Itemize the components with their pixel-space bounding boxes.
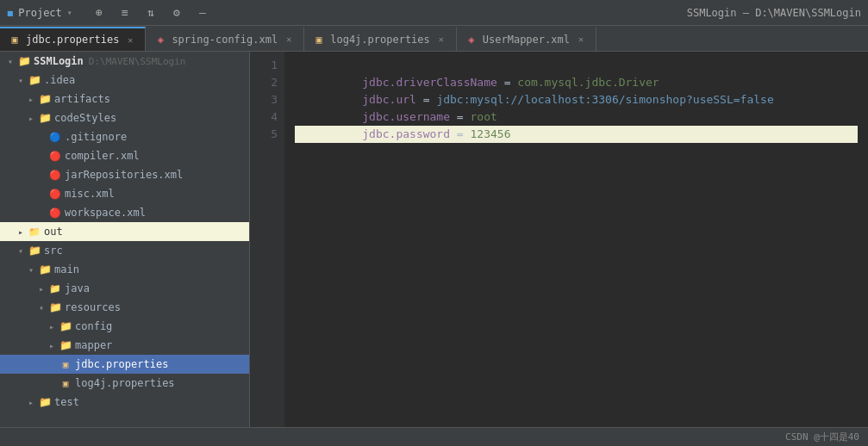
watermark: CSDN @十四是40	[785, 431, 859, 443]
props-icon-log4j: ▣	[59, 377, 72, 389]
tree-item-java[interactable]: ▸ 📁 java	[0, 279, 249, 298]
label-artifacts: artifacts	[54, 93, 110, 105]
label-jar-xml: jarRepositories.xml	[65, 169, 183, 181]
label-gitignore: .gitignore	[65, 131, 127, 143]
eq-3: =	[450, 110, 470, 123]
folder-icon-java: 📁	[48, 282, 62, 294]
val-1: com.mysql.jdbc.Driver	[517, 76, 659, 89]
tree-item-resources[interactable]: ▾ 📁 resources	[0, 298, 249, 317]
tree-item-log4j-props-file[interactable]: ▸ ▣ log4j.properties	[0, 374, 249, 393]
line-num-2: 2	[250, 74, 284, 91]
tab-spring-close[interactable]: ✕	[283, 34, 295, 46]
tab-jdbc-properties[interactable]: ▣ jdbc.properties ✕	[0, 27, 146, 51]
usermapper-tab-icon: ◈	[465, 34, 478, 46]
editor-area[interactable]: 1 2 3 4 5 jdbc.driverClassName = com.mys…	[250, 52, 868, 427]
tree-item-gitignore[interactable]: ▸ 🔵 .gitignore	[0, 127, 249, 146]
arrow-artifacts: ▸	[24, 95, 38, 104]
tree-item-config[interactable]: ▸ 📁 config	[0, 317, 249, 336]
project-icon: ◼	[7, 7, 13, 19]
label-log4j-props-file: log4j.properties	[75, 377, 175, 389]
tree-item-mapper[interactable]: ▸ 📁 mapper	[0, 336, 249, 355]
folder-icon-mapper: 📁	[59, 339, 72, 351]
title-bar: ◼ Project ▾ ⊕ ≡ ⇅ ⚙ — SSMLogin – D:\MAVE…	[0, 0, 868, 26]
xml-icon-jar: 🔴	[48, 169, 62, 181]
tab-log4j-label: log4j.properties	[330, 34, 430, 46]
tab-log4j-close[interactable]: ✕	[435, 34, 447, 46]
arrow-out: ▸	[14, 227, 28, 237]
log4j-tab-icon: ▣	[313, 34, 325, 46]
label-java: java	[65, 282, 90, 294]
editor-content: 1 2 3 4 5 jdbc.driverClassName = com.mys…	[250, 52, 868, 427]
settings-icon[interactable]: ⚙	[167, 3, 186, 22]
line-numbers: 1 2 3 4 5	[250, 52, 284, 427]
tab-usermapper-close[interactable]: ✕	[575, 34, 587, 46]
tab-usermapper-label: UserMapper.xml	[483, 34, 570, 46]
arrow-java: ▸	[34, 284, 48, 294]
arrow-config: ▸	[45, 322, 59, 331]
minimize-panel-icon[interactable]: —	[193, 3, 212, 22]
label-workspace-xml: workspace.xml	[65, 207, 146, 219]
eq-4: =	[450, 127, 470, 140]
val-3: root	[471, 110, 497, 123]
folder-icon-out: 📁	[28, 226, 41, 238]
tree-item-artifacts[interactable]: ▸ 📁 artifacts	[0, 90, 249, 108]
folder-icon-codeStyles: 📁	[38, 112, 52, 124]
label-test: test	[54, 396, 79, 408]
tab-log4j-properties[interactable]: ▣ log4j.properties ✕	[304, 27, 457, 51]
tree-item-workspace-xml[interactable]: ▸ 🔴 workspace.xml	[0, 203, 249, 222]
tree-item-jar-xml[interactable]: ▸ 🔴 jarRepositories.xml	[0, 165, 249, 184]
tree-item-out[interactable]: ▸ 📁 out	[0, 222, 249, 241]
folder-icon-ssmlogin: 📁	[17, 55, 31, 67]
label-ssmlogin: SSMLogin	[34, 55, 84, 67]
arrow-resources: ▾	[34, 303, 48, 313]
window-title-text: SSMLogin – D:\MAVEN\SSMLogin	[687, 7, 861, 19]
structure-icon[interactable]: ≡	[116, 3, 134, 22]
navigate-icon[interactable]: ⊕	[90, 3, 109, 22]
tree-item-src[interactable]: ▾ 📁 src	[0, 241, 249, 260]
arrow-idea: ▾	[14, 76, 28, 85]
tree-item-ssmlogin[interactable]: ▾ 📁 SSMLogin D:\MAVEN\SSMLogin	[0, 52, 249, 71]
eq-1: =	[497, 76, 517, 89]
val-2: jdbc:mysql://localhost:3306/simonshop?us…	[436, 93, 773, 106]
arrow-codeStyles: ▸	[24, 114, 38, 123]
tree-item-test[interactable]: ▸ 📁 test	[0, 393, 249, 412]
tree-item-idea[interactable]: ▾ 📁 .idea	[0, 71, 249, 90]
line-num-3: 3	[250, 91, 284, 108]
sort-icon[interactable]: ⇅	[141, 3, 160, 22]
tree-item-codeStyles[interactable]: ▸ 📁 codeStyles	[0, 108, 249, 127]
xml-icon-compiler: 🔴	[48, 150, 62, 162]
folder-icon-artifacts: 📁	[38, 93, 52, 105]
project-dropdown-arrow[interactable]: ▾	[67, 8, 72, 17]
label-misc-xml: misc.xml	[65, 188, 115, 200]
code-area[interactable]: jdbc.driverClassName = com.mysql.jdbc.Dr…	[284, 52, 868, 427]
toolbar: ⊕ ≡ ⇅ ⚙ —	[90, 3, 212, 22]
folder-icon-test: 📁	[38, 396, 52, 408]
folder-icon-idea: 📁	[28, 74, 41, 86]
xml-icon-misc: 🔴	[48, 188, 62, 200]
tab-jdbc-close[interactable]: ✕	[124, 34, 136, 46]
label-jdbc-props-file: jdbc.properties	[75, 358, 168, 370]
tree-item-compiler-xml[interactable]: ▸ 🔴 compiler.xml	[0, 146, 249, 165]
tab-jdbc-label: jdbc.properties	[26, 34, 119, 46]
code-line-1: jdbc.driverClassName = com.mysql.jdbc.Dr…	[295, 57, 858, 74]
tab-usermapper[interactable]: ◈ UserMapper.xml ✕	[457, 27, 596, 51]
label-resources: resources	[65, 301, 121, 313]
tab-bar: ▣ jdbc.properties ✕ ◈ spring-config.xml …	[0, 26, 868, 52]
tree-item-misc-xml[interactable]: ▸ 🔴 misc.xml	[0, 184, 249, 203]
path-ssmlogin: D:\MAVEN\SSMLogin	[89, 56, 186, 67]
tab-spring-config[interactable]: ◈ spring-config.xml ✕	[146, 27, 304, 51]
title-bar-left: ◼ Project ▾	[7, 7, 72, 19]
label-src: src	[44, 245, 63, 257]
key-4: jdbc.password	[362, 127, 450, 140]
arrow-src: ▾	[14, 246, 28, 256]
project-label[interactable]: Project	[18, 7, 62, 19]
window-title: SSMLogin – D:\MAVEN\SSMLogin	[687, 7, 861, 19]
line-num-1: 1	[250, 57, 284, 74]
jdbc-props-tab-icon: ▣	[9, 34, 21, 46]
props-icon-jdbc: ▣	[59, 358, 72, 370]
tree-item-main[interactable]: ▾ 📁 main	[0, 260, 249, 279]
tree-item-jdbc-props-file[interactable]: ▸ ▣ jdbc.properties	[0, 355, 249, 374]
folder-icon-main: 📁	[38, 263, 52, 276]
arrow-main: ▾	[24, 265, 38, 275]
main-layout: ▾ 📁 SSMLogin D:\MAVEN\SSMLogin ▾ 📁 .idea…	[0, 52, 868, 427]
